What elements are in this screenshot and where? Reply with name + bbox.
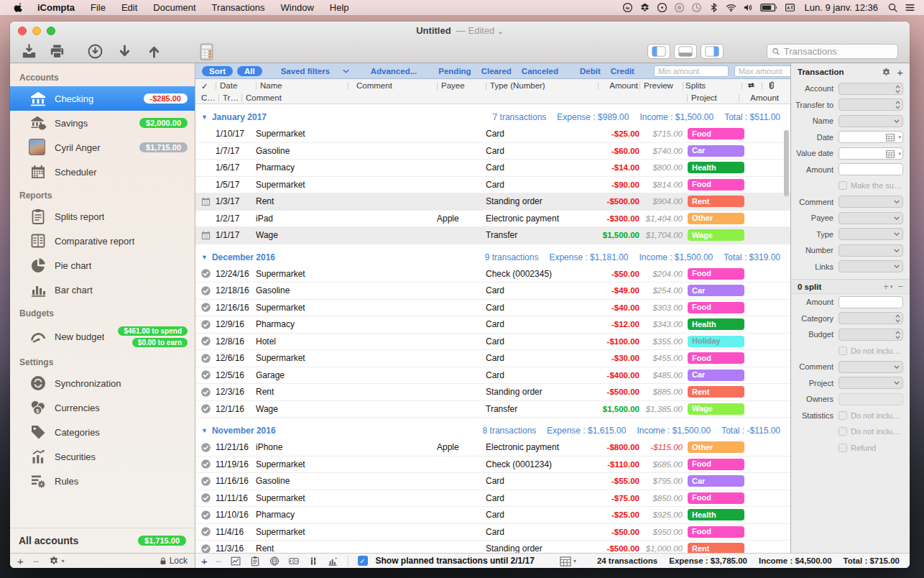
transfer-to-field[interactable] bbox=[838, 98, 903, 111]
filter-debit-button[interactable]: Debit bbox=[580, 67, 601, 75]
transaction-row[interactable]: 11/16/16 Gasoline Card -$55.00 $795.00 C… bbox=[195, 473, 790, 490]
creative-cloud-icon[interactable] bbox=[674, 2, 685, 13]
saved-filters-dropdown[interactable]: Saved filters bbox=[281, 67, 349, 75]
toggle-sidebar-button[interactable] bbox=[647, 44, 670, 59]
time-machine-icon[interactable] bbox=[691, 2, 702, 13]
transaction-row[interactable]: 11/3/16 Rent Standing order -$500.00 $1,… bbox=[195, 541, 790, 553]
amount-field[interactable] bbox=[838, 296, 903, 308]
disclosure-triangle-icon[interactable]: ▼ bbox=[201, 114, 208, 121]
remove-transaction-row-button[interactable]: − bbox=[216, 555, 222, 567]
sidebar-item-pie-chart[interactable]: Pie chart bbox=[10, 253, 195, 277]
add-split-button[interactable]: + bbox=[883, 281, 889, 292]
do-not-include-in-field-checkbox[interactable] bbox=[838, 347, 847, 355]
date-field[interactable]: ▾ bbox=[838, 131, 903, 143]
disclosure-triangle-icon[interactable]: ▼ bbox=[201, 254, 208, 261]
do-not-include-w-field-checkbox[interactable] bbox=[838, 427, 847, 436]
battery-icon[interactable] bbox=[760, 3, 778, 12]
filter-all-button[interactable]: All bbox=[237, 66, 262, 76]
bluetooth-icon[interactable] bbox=[708, 2, 719, 13]
make-the-sum-of-field-checkbox[interactable] bbox=[838, 181, 847, 190]
month-section-header[interactable]: ▼ December 2016 9 transactionsExpense : … bbox=[195, 249, 790, 266]
transaction-row[interactable]: 12/5/16 Garage Card -$400.00 $485.00 Car bbox=[195, 367, 790, 385]
all-accounts-row[interactable]: All accounts $1,715.00 bbox=[10, 528, 195, 553]
report-clipboard-icon[interactable] bbox=[249, 556, 261, 566]
transaction-row[interactable]: 12/6/16 Supermarket Card -$30.00 $455.00… bbox=[195, 350, 790, 367]
transaction-row[interactable]: 1/2/17 iPad Apple Electronic payment -$3… bbox=[195, 211, 790, 228]
sidebar-item-cyril-anger[interactable]: Cyril Anger$1,715.00 bbox=[10, 135, 195, 160]
bar-chart-icon[interactable] bbox=[327, 556, 338, 566]
transaction-row[interactable]: 12/16/16 Supermarket Card -$40.00 $303.0… bbox=[195, 300, 790, 317]
table-scrollbar[interactable] bbox=[784, 130, 789, 196]
sidebar-item-currencies[interactable]: $ Currencies bbox=[10, 395, 195, 420]
filter-pending-button[interactable]: Pending bbox=[438, 67, 471, 75]
sidebar-item-scheduler[interactable]: Scheduler bbox=[10, 160, 195, 184]
zoom-window-button[interactable] bbox=[47, 27, 55, 35]
planned-date-picker[interactable]: ▾ bbox=[560, 556, 576, 566]
show-planned-checkbox[interactable]: ✓ bbox=[358, 556, 368, 566]
subcolumn-comment[interactable]: Comment bbox=[246, 93, 282, 102]
transaction-row[interactable]: 1/1/17 Wage Transfer $1,500.00 $1,704.00… bbox=[195, 227, 790, 244]
transaction-row[interactable]: 1/10/17 Supermarket Card -$25.00 $715.00… bbox=[195, 126, 790, 143]
value-date-field[interactable]: ▾ bbox=[838, 147, 903, 160]
search-input[interactable] bbox=[784, 46, 893, 57]
circle-te-icon[interactable]: te bbox=[622, 2, 633, 13]
add-account-button[interactable]: + bbox=[17, 556, 24, 566]
title-bar[interactable]: Untitled — Edited⌄ bbox=[10, 22, 910, 40]
apple-menu-icon[interactable] bbox=[14, 1, 24, 14]
comment-field[interactable] bbox=[838, 361, 903, 373]
add-transaction-row-button[interactable]: + bbox=[201, 555, 208, 567]
column-name[interactable]: Name bbox=[260, 81, 282, 90]
account-actions-gear-icon[interactable] bbox=[49, 556, 59, 566]
menu-window[interactable]: Window bbox=[281, 2, 314, 13]
transaction-row[interactable]: 12/18/16 Gasoline Card -$49.00 $254.00 C… bbox=[195, 283, 790, 300]
compare-columns-icon[interactable] bbox=[308, 556, 319, 566]
subcolumn-project[interactable]: Project bbox=[691, 93, 717, 102]
toggle-bottombar-button[interactable] bbox=[674, 44, 697, 59]
project-field[interactable] bbox=[838, 377, 903, 389]
month-section-header[interactable]: ▼ November 2016 8 transactionsExpense : … bbox=[195, 422, 790, 439]
transaction-row[interactable]: 11/4/16 Supermarket Card -$50.00 $950.00… bbox=[195, 524, 790, 541]
filter-credit-button[interactable]: Credit bbox=[611, 67, 634, 75]
column-check[interactable]: ✓ bbox=[201, 81, 208, 91]
transaction-row[interactable]: 1/6/17 Pharmacy Card -$14.00 $800.00 Hea… bbox=[195, 160, 790, 177]
sidebar-item-bar-chart[interactable]: Bar chart bbox=[10, 277, 195, 302]
transaction-row[interactable]: 1/5/17 Supermarket Card -$90.00 $814.00 … bbox=[195, 177, 790, 194]
month-section-header[interactable]: ▼ January 2017 7 transactionsExpense : $… bbox=[195, 109, 790, 126]
add-transaction-button[interactable]: + bbox=[897, 67, 903, 78]
disk-icon[interactable] bbox=[657, 2, 667, 13]
name-field[interactable] bbox=[838, 115, 903, 127]
print-button[interactable] bbox=[48, 43, 66, 60]
line-chart-icon[interactable] bbox=[230, 556, 241, 566]
statistics-field-checkbox[interactable] bbox=[838, 411, 847, 420]
column-preview[interactable]: Preview bbox=[644, 81, 673, 90]
menubar-clock[interactable]: Lun. 9 janv. 12:36 bbox=[805, 2, 878, 13]
column-date[interactable]: Date bbox=[220, 81, 237, 90]
download-transactions-button[interactable] bbox=[86, 43, 104, 60]
column-comment[interactable]: Comment bbox=[356, 81, 392, 90]
sidebar-item-new-budget[interactable]: New budget$461.00 to spend$0.00 to earn bbox=[10, 322, 195, 351]
subcolumn-amount[interactable]: Amount bbox=[743, 93, 779, 102]
sidebar-item-savings[interactable]: Savings$2,000.00 bbox=[10, 111, 195, 135]
subcolumn-transfer[interactable]: Tr… bbox=[223, 93, 239, 102]
search-field[interactable] bbox=[767, 44, 898, 59]
import-button[interactable] bbox=[20, 43, 38, 60]
transaction-row[interactable]: 12/1/16 Wage Transfer $1,500.00 $1,385.0… bbox=[195, 401, 790, 418]
menu-help[interactable]: Help bbox=[330, 2, 349, 13]
min-amount-input[interactable] bbox=[654, 65, 729, 77]
filter-canceled-button[interactable]: Canceled bbox=[522, 67, 558, 75]
column-splits[interactable]: Splits bbox=[685, 81, 706, 90]
subcolumn-cleared[interactable]: C… bbox=[201, 93, 216, 102]
menu-file[interactable]: File bbox=[91, 2, 106, 13]
budget-field[interactable] bbox=[838, 329, 903, 341]
comment-field[interactable] bbox=[838, 196, 903, 208]
transaction-row[interactable]: 12/8/16 Hotel Card -$100.00 $355.00 Holi… bbox=[195, 334, 790, 351]
column-amount[interactable]: Amount bbox=[602, 81, 638, 90]
notification-center-icon[interactable] bbox=[905, 2, 915, 13]
category-field[interactable] bbox=[838, 312, 903, 324]
transfer-column-icon[interactable] bbox=[746, 81, 757, 91]
dropbox-icon[interactable] bbox=[639, 2, 650, 13]
volume-icon[interactable] bbox=[743, 2, 754, 13]
transaction-row[interactable]: 11/21/16 iPhone Apple Electronic payment… bbox=[195, 439, 790, 457]
filter-cleared-button[interactable]: Cleared bbox=[481, 67, 512, 75]
sidebar-item-categories[interactable]: Categories bbox=[10, 420, 195, 444]
